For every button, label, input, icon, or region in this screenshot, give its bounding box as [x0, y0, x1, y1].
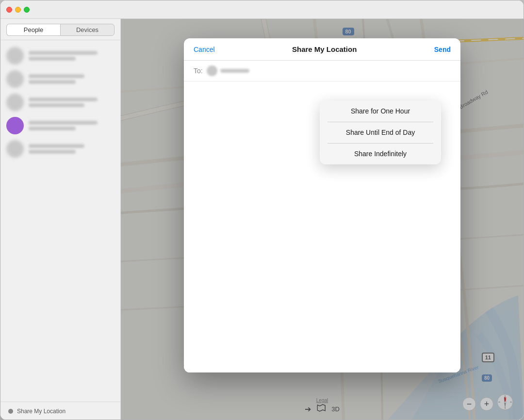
sidebar: People Devices: [0, 19, 121, 420]
contact-detail: [29, 80, 76, 84]
send-button[interactable]: Send: [434, 46, 451, 53]
traffic-lights: [6, 7, 30, 13]
list-item[interactable]: [0, 44, 120, 67]
contact-detail: [29, 127, 76, 130]
dropdown-menu: Share for One Hour Share Until End of Da…: [320, 100, 441, 164]
minimize-button[interactable]: [15, 7, 21, 13]
contact-info: [29, 51, 115, 61]
close-button[interactable]: [6, 7, 12, 13]
map-area: 80 Broadway Rd 11 80 Susquehanna River L…: [121, 19, 524, 420]
avatar: [6, 140, 24, 158]
recipient-name: [220, 69, 249, 73]
avatar: [6, 94, 24, 111]
modal-title: Share My Location: [292, 45, 357, 53]
list-item[interactable]: [0, 137, 120, 161]
avatar: [6, 47, 24, 65]
share-end-of-day-item[interactable]: Share Until End of Day: [320, 122, 441, 143]
list-item[interactable]: [0, 114, 120, 137]
list-item[interactable]: [0, 67, 120, 91]
sidebar-footer: Share My Location: [0, 402, 120, 420]
location-icon: [8, 409, 13, 414]
share-modal: Cancel Share My Location Send To:: [184, 38, 460, 372]
recipient-avatar: [207, 65, 217, 76]
title-bar: [0, 0, 524, 19]
recipient: [207, 65, 249, 76]
modal-header: Cancel Share My Location Send: [184, 38, 460, 61]
contact-name: [29, 144, 84, 148]
contact-name: [29, 51, 98, 55]
tab-people[interactable]: People: [6, 24, 60, 36]
app-window: People Devices: [0, 0, 524, 420]
tab-devices[interactable]: Devices: [60, 24, 115, 36]
list-item[interactable]: [0, 91, 120, 114]
avatar: [6, 117, 24, 134]
contact-name: [29, 97, 98, 101]
modal-overlay: Cancel Share My Location Send To:: [121, 19, 524, 420]
sidebar-tabs: People Devices: [0, 19, 120, 40]
contact-detail: [29, 150, 76, 154]
footer-label: Share My Location: [17, 408, 66, 415]
avatar: [6, 70, 24, 88]
share-indefinitely-item[interactable]: Share Indefinitely: [320, 143, 441, 164]
contact-info: [29, 97, 115, 107]
share-one-hour-item[interactable]: Share for One Hour: [320, 100, 441, 122]
contact-info: [29, 144, 115, 154]
sidebar-list: [0, 40, 120, 164]
contact-info: [29, 74, 115, 84]
cancel-button[interactable]: Cancel: [194, 46, 215, 53]
contact-name: [29, 74, 84, 78]
to-label: To:: [194, 67, 203, 75]
contact-detail: [29, 57, 76, 61]
contact-name: [29, 121, 98, 125]
contact-info: [29, 121, 115, 130]
main-content: People Devices: [0, 19, 524, 420]
contact-detail: [29, 103, 84, 107]
maximize-button[interactable]: [24, 7, 30, 13]
to-row: To:: [184, 61, 460, 81]
